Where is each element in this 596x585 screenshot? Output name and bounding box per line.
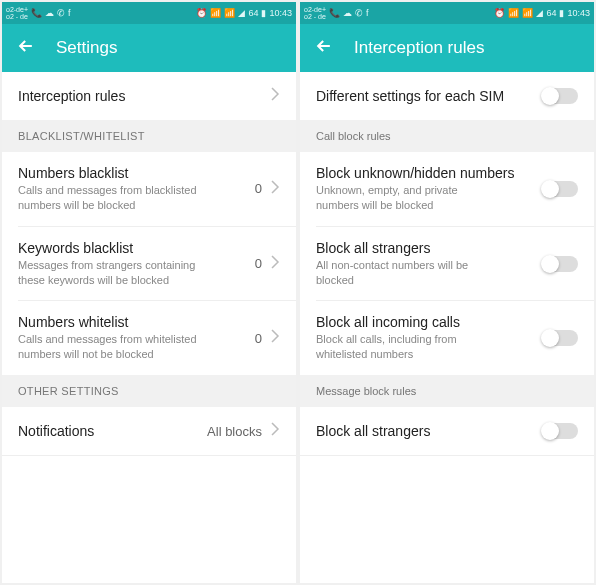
row-sublabel: All non-contact numbers will be blocked	[316, 258, 496, 288]
cloud-icon: ☁	[45, 8, 54, 18]
app-bar: Settings	[2, 24, 296, 72]
chevron-right-icon	[270, 329, 280, 347]
section-other-settings: OTHER SETTINGS	[2, 375, 296, 407]
row-block-msg-strangers[interactable]: Block all strangers	[300, 407, 594, 455]
cloud-icon: ☁	[343, 8, 352, 18]
row-block-incoming[interactable]: Block all incoming calls Block all calls…	[300, 301, 594, 375]
row-label: Keywords blacklist	[18, 240, 255, 256]
row-keywords-blacklist[interactable]: Keywords blacklist Messages from strange…	[2, 227, 296, 301]
battery-label: 64	[248, 8, 258, 18]
signal2-icon: ◢	[536, 8, 543, 18]
section-message-block: Message block rules	[300, 375, 594, 407]
section-call-block: Call block rules	[300, 120, 594, 152]
row-value: 0	[255, 181, 262, 196]
page-title: Interception rules	[354, 38, 484, 58]
toggle-switch[interactable]	[542, 88, 578, 104]
facebook-icon: f	[366, 8, 369, 18]
chevron-right-icon	[270, 255, 280, 273]
toggle-switch[interactable]	[542, 330, 578, 346]
signal-icon: 📶	[522, 8, 533, 18]
row-label: Different settings for each SIM	[316, 88, 542, 104]
time-label: 10:43	[567, 8, 590, 18]
row-label: Numbers whitelist	[18, 314, 255, 330]
row-numbers-whitelist[interactable]: Numbers whitelist Calls and messages fro…	[2, 301, 296, 375]
time-label: 10:43	[269, 8, 292, 18]
toggle-switch[interactable]	[542, 423, 578, 439]
row-label: Block all strangers	[316, 423, 542, 439]
row-value: All blocks	[207, 424, 262, 439]
status-bar: o2-de+o2 - de 📞 ☁ ✆ f ⏰ 📶 📶 ◢ 64 ▮ 10:43	[2, 2, 296, 24]
content-area: Different settings for each SIM Call blo…	[300, 72, 594, 583]
row-different-sim[interactable]: Different settings for each SIM	[300, 72, 594, 120]
row-label: Numbers blacklist	[18, 165, 255, 181]
battery-icon: ▮	[559, 8, 564, 18]
toggle-switch[interactable]	[542, 181, 578, 197]
whatsapp-icon: ✆	[355, 8, 363, 18]
screen-settings: o2-de+o2 - de 📞 ☁ ✆ f ⏰ 📶 📶 ◢ 64 ▮ 10:43…	[2, 2, 296, 583]
facebook-icon: f	[68, 8, 71, 18]
status-bar: o2-de+o2 - de 📞 ☁ ✆ f ⏰ 📶 📶 ◢ 64 ▮ 10:43	[300, 2, 594, 24]
wifi-icon: 📶	[210, 8, 221, 18]
phone-icon: 📞	[329, 8, 340, 18]
divider	[300, 455, 594, 456]
toggle-switch[interactable]	[542, 256, 578, 272]
battery-label: 64	[546, 8, 556, 18]
alarm-icon: ⏰	[196, 8, 207, 18]
row-numbers-blacklist[interactable]: Numbers blacklist Calls and messages fro…	[2, 152, 296, 226]
chevron-right-icon	[270, 180, 280, 198]
divider	[2, 455, 296, 456]
chevron-right-icon	[270, 87, 280, 105]
screen-interception-rules: o2-de+o2 - de 📞 ☁ ✆ f ⏰ 📶 📶 ◢ 64 ▮ 10:43…	[300, 2, 594, 583]
row-value: 0	[255, 331, 262, 346]
row-sublabel: Messages from strangers containing these…	[18, 258, 198, 288]
row-sublabel: Unknown, empty, and private numbers will…	[316, 183, 496, 213]
row-sublabel: Calls and messages from blacklisted numb…	[18, 183, 198, 213]
back-icon[interactable]	[314, 36, 334, 60]
app-bar: Interception rules	[300, 24, 594, 72]
signal2-icon: ◢	[238, 8, 245, 18]
page-title: Settings	[56, 38, 117, 58]
carrier-label: o2-de+o2 - de	[6, 6, 28, 20]
content-area: Interception rules BLACKLIST/WHITELIST N…	[2, 72, 296, 583]
row-notifications[interactable]: Notifications All blocks	[2, 407, 296, 455]
whatsapp-icon: ✆	[57, 8, 65, 18]
row-label: Notifications	[18, 423, 207, 439]
battery-icon: ▮	[261, 8, 266, 18]
section-blacklist-whitelist: BLACKLIST/WHITELIST	[2, 120, 296, 152]
row-label: Block all strangers	[316, 240, 542, 256]
back-icon[interactable]	[16, 36, 36, 60]
row-interception-rules[interactable]: Interception rules	[2, 72, 296, 120]
signal-icon: 📶	[224, 8, 235, 18]
phone-icon: 📞	[31, 8, 42, 18]
row-block-unknown[interactable]: Block unknown/hidden numbers Unknown, em…	[300, 152, 594, 226]
row-block-strangers[interactable]: Block all strangers All non-contact numb…	[300, 227, 594, 301]
row-value: 0	[255, 256, 262, 271]
alarm-icon: ⏰	[494, 8, 505, 18]
row-sublabel: Calls and messages from whitelisted numb…	[18, 332, 198, 362]
row-label: Block unknown/hidden numbers	[316, 165, 542, 181]
wifi-icon: 📶	[508, 8, 519, 18]
chevron-right-icon	[270, 422, 280, 440]
row-label: Block all incoming calls	[316, 314, 542, 330]
row-sublabel: Block all calls, including from whitelis…	[316, 332, 496, 362]
row-label: Interception rules	[18, 88, 270, 104]
carrier-label: o2-de+o2 - de	[304, 6, 326, 20]
